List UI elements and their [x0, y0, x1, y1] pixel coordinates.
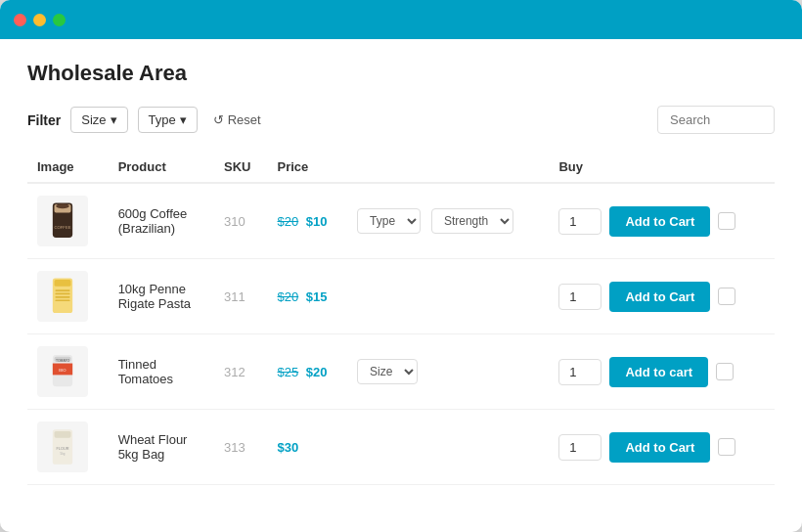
price-original: $20 [278, 214, 299, 229]
product-image: BIO TOMATO [37, 346, 88, 397]
product-image-cell: BIO TOMATO [27, 334, 109, 410]
row-checkbox[interactable] [716, 363, 734, 380]
add-to-cart-button[interactable]: Add to Cart [609, 282, 710, 312]
product-image-cell: COFFEE [27, 183, 109, 259]
buy-cell: Add to Cart [549, 410, 775, 485]
svg-rect-16 [55, 431, 71, 438]
product-sku: 312 [214, 334, 267, 410]
strength-variant-select[interactable]: Strength [431, 208, 513, 234]
product-price: $20 $10 [268, 183, 348, 259]
reset-icon: ↺ [213, 112, 224, 127]
filter-bar: Filter Size ▾ Type ▾ ↺ Reset [27, 106, 775, 134]
table-row: BIO TOMATO TinnedTomatoes 312 $25 $20 [27, 334, 775, 410]
quantity-input[interactable] [558, 359, 602, 385]
svg-rect-6 [55, 289, 69, 291]
product-sku: 310 [214, 183, 267, 259]
row-checkbox[interactable] [718, 438, 735, 456]
filter-label: Filter [27, 112, 61, 128]
col-sku: SKU [214, 152, 267, 183]
svg-text:TOMATO: TOMATO [56, 359, 69, 363]
svg-rect-8 [55, 296, 69, 298]
variant-cell: Type Strength [347, 183, 549, 259]
page-title: Wholesale Area [27, 61, 775, 86]
quantity-input[interactable] [558, 434, 602, 461]
product-image [37, 271, 88, 322]
reset-label: Reset [228, 112, 261, 127]
main-content: Wholesale Area Filter Size ▾ Type ▾ ↺ Re… [0, 39, 802, 507]
dot-yellow[interactable] [33, 14, 46, 26]
product-name: 10kg PenneRigate Pasta [109, 259, 214, 334]
reset-button[interactable]: ↺ Reset [207, 108, 267, 132]
buy-cell: Add to Cart [549, 183, 775, 259]
svg-rect-9 [55, 299, 69, 301]
price-sale: $20 [306, 365, 328, 379]
svg-text:COFFEE: COFFEE [54, 225, 70, 230]
add-to-cart-button[interactable]: Add to Cart [609, 432, 710, 463]
product-name: TinnedTomatoes [109, 334, 214, 410]
type-variant-select[interactable]: Type [357, 208, 421, 234]
price-original: $25 [278, 365, 299, 379]
product-name: 600g Coffee(Brazilian) [109, 183, 214, 259]
row-checkbox[interactable] [718, 212, 735, 230]
variant-cell: Size [347, 334, 549, 410]
chevron-down-icon: ▾ [111, 112, 117, 127]
col-price: Price [268, 152, 550, 183]
add-to-cart-button[interactable]: Add to Cart [609, 206, 710, 237]
svg-rect-7 [55, 293, 69, 295]
price-original: $20 [278, 289, 299, 304]
col-product: Product [109, 152, 214, 183]
search-input[interactable] [657, 106, 775, 134]
col-buy: Buy [549, 152, 775, 183]
price-sale: $15 [306, 289, 328, 304]
row-checkbox[interactable] [718, 288, 735, 305]
app-window: Wholesale Area Filter Size ▾ Type ▾ ↺ Re… [0, 0, 802, 532]
products-table: Image Product SKU Price Buy CO [27, 152, 775, 485]
quantity-input[interactable] [558, 208, 602, 235]
table-row: 10kg PenneRigate Pasta 311 $20 $15 Add t… [27, 259, 775, 334]
table-row: FLOUR 5kg Wheat Flour5kg Bag 313 $30 A [27, 410, 775, 485]
svg-text:FLOUR: FLOUR [57, 447, 69, 451]
svg-text:BIO: BIO [59, 368, 67, 373]
dot-red[interactable] [14, 14, 26, 26]
product-name: Wheat Flour5kg Bag [109, 410, 214, 485]
product-sku: 311 [214, 259, 267, 334]
search-wrapper [657, 106, 775, 134]
product-image: COFFEE [37, 196, 88, 246]
size-variant-select[interactable]: Size [357, 359, 418, 384]
chevron-down-icon: ▾ [180, 112, 187, 127]
size-dropdown[interactable]: Size ▾ [70, 107, 127, 133]
svg-text:5kg: 5kg [61, 452, 66, 456]
product-image-cell [27, 259, 109, 334]
table-row: COFFEE 600g Coffee(Brazilian) 310 $20 $1… [27, 183, 775, 259]
svg-rect-5 [55, 280, 71, 287]
quantity-input[interactable] [558, 284, 602, 310]
type-dropdown[interactable]: Type ▾ [138, 107, 198, 133]
buy-cell: Add to Cart [549, 259, 775, 334]
svg-point-3 [56, 203, 69, 208]
price-only: $30 [278, 440, 299, 455]
product-price: $25 $20 [268, 334, 348, 410]
dot-green[interactable] [53, 14, 66, 26]
product-price: $20 $15 [268, 259, 550, 334]
title-bar [0, 0, 802, 39]
price-sale: $10 [306, 214, 328, 229]
product-price: $30 [268, 410, 550, 485]
product-sku: 313 [214, 410, 267, 485]
product-image: FLOUR 5kg [37, 421, 88, 472]
type-label: Type [149, 112, 176, 127]
col-image: Image [27, 152, 109, 183]
buy-cell: Add to cart [549, 334, 775, 410]
add-to-cart-button[interactable]: Add to cart [609, 357, 708, 387]
product-image-cell: FLOUR 5kg [27, 410, 109, 485]
size-label: Size [81, 112, 106, 127]
